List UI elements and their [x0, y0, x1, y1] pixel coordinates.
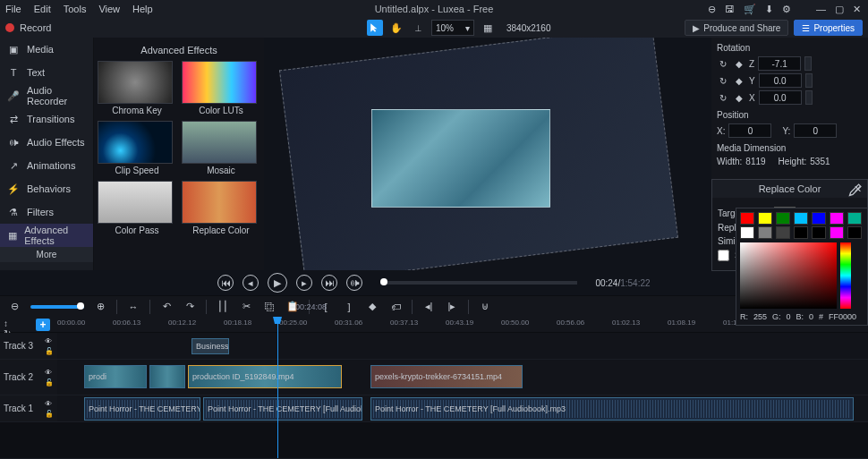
- color-preset[interactable]: [794, 212, 808, 225]
- menu-view[interactable]: View: [98, 4, 120, 14]
- playhead[interactable]: [277, 317, 278, 458]
- menu-tools[interactable]: Tools: [64, 4, 87, 14]
- track-lock-icon[interactable]: 🔓: [45, 410, 54, 418]
- rotation-y-input[interactable]: [759, 73, 802, 88]
- fx-color-luts[interactable]: Color LUTs: [182, 61, 260, 115]
- save-icon[interactable]: 🖫: [725, 4, 735, 14]
- sidebar-item-animations[interactable]: ↗Animations: [0, 154, 93, 177]
- menu-edit[interactable]: Edit: [34, 4, 51, 14]
- rotate-x-icon[interactable]: ↻: [717, 93, 729, 103]
- media-preview-image[interactable]: [371, 109, 550, 208]
- mark-out-icon[interactable]: ]: [342, 300, 356, 314]
- solid-checkbox[interactable]: [718, 250, 729, 261]
- zoom-dropdown[interactable]: 10%▾: [431, 20, 474, 36]
- color-preset[interactable]: [740, 212, 754, 225]
- fx-replace-color[interactable]: Replace Color: [182, 181, 260, 235]
- sidebar-item-transitions[interactable]: ⇄Transitions: [0, 107, 93, 131]
- goto-start-button[interactable]: ⏮: [217, 275, 234, 291]
- next-kf-icon[interactable]: |▸: [445, 300, 459, 314]
- track-lock-icon[interactable]: 🔓: [45, 378, 54, 387]
- zoom-in-icon[interactable]: ⊕: [93, 300, 107, 314]
- add-track-button[interactable]: +: [36, 319, 50, 331]
- color-preset[interactable]: [758, 226, 772, 239]
- keyframe-z-icon[interactable]: ◆: [733, 59, 745, 69]
- track-visible-icon[interactable]: 👁: [45, 369, 54, 377]
- color-preset[interactable]: [830, 226, 844, 239]
- prev-kf-icon[interactable]: ◂|: [421, 300, 436, 314]
- produce-share-button[interactable]: ▶ Produce and Share: [685, 20, 788, 36]
- volume-button[interactable]: 🕪: [346, 275, 362, 291]
- color-preset[interactable]: [812, 226, 826, 239]
- preview-canvas[interactable]: [264, 38, 711, 270]
- color-preset[interactable]: [794, 226, 808, 239]
- record-button[interactable]: Record: [5, 22, 51, 33]
- gear-icon[interactable]: ⚙: [782, 4, 791, 15]
- clip-video-1[interactable]: prodi: [84, 365, 147, 388]
- clip-krypto[interactable]: pexels-krypto-trekker-6734151.mp4: [370, 365, 523, 388]
- sidebar-item-behaviors[interactable]: ⚡Behaviors: [0, 177, 93, 200]
- rot-z-spinner[interactable]: [804, 56, 812, 71]
- marker-icon[interactable]: ◆: [365, 300, 379, 314]
- color-preset[interactable]: [812, 212, 826, 225]
- sidebar-item-audio-recorder[interactable]: 🎤Audio Recorder: [0, 84, 93, 107]
- fx-color-pass[interactable]: Color Pass: [98, 181, 176, 235]
- step-back-button[interactable]: ◂: [243, 275, 259, 291]
- cut-icon[interactable]: ✂: [239, 300, 253, 314]
- sidebar-item-advanced-effects[interactable]: ▦Advanced Effects: [0, 224, 93, 247]
- split-icon[interactable]: ⎮⎮: [216, 300, 230, 314]
- color-preset[interactable]: [758, 212, 772, 225]
- undo-icon[interactable]: ↶: [159, 300, 174, 314]
- rotate-z-icon[interactable]: ↻: [717, 59, 729, 69]
- color-preset[interactable]: [830, 212, 844, 225]
- timeline-zoom-slider[interactable]: [30, 305, 84, 309]
- hue-slider[interactable]: [840, 242, 851, 309]
- account-icon[interactable]: ⊖: [708, 4, 716, 15]
- fit-timeline-icon[interactable]: ↔: [126, 300, 140, 314]
- keyframe-x-icon[interactable]: ◆: [733, 93, 745, 103]
- color-preset[interactable]: [847, 212, 862, 225]
- fx-clip-speed[interactable]: Clip Speed: [98, 121, 176, 175]
- tag-icon[interactable]: 🏷: [388, 300, 403, 314]
- clip-audio-2[interactable]: Point Horror - THE CEMETERY [Full Audiob…: [203, 397, 362, 421]
- rot-x-spinner[interactable]: [805, 90, 813, 105]
- download-icon[interactable]: ⬇: [765, 4, 773, 15]
- color-preset[interactable]: [847, 226, 862, 239]
- sidebar-more-button[interactable]: More: [0, 247, 93, 262]
- rotate-y-icon[interactable]: ↻: [717, 76, 729, 86]
- magnet-icon[interactable]: ⊎: [478, 300, 492, 314]
- properties-button[interactable]: ☰ Properties: [794, 20, 863, 36]
- menu-help[interactable]: Help: [132, 4, 153, 14]
- color-preset[interactable]: [776, 226, 790, 239]
- keyframe-y-icon[interactable]: ◆: [733, 76, 745, 86]
- crop-tool[interactable]: ⟂: [410, 20, 426, 36]
- pointer-tool[interactable]: [367, 20, 383, 36]
- cart-icon[interactable]: 🛒: [744, 4, 756, 15]
- copy-icon[interactable]: ⿻: [262, 300, 277, 314]
- sidebar-item-text[interactable]: TText: [0, 61, 93, 84]
- rotation-x-input[interactable]: [759, 90, 802, 105]
- track-lock-icon[interactable]: 🔓: [45, 347, 54, 355]
- minimize-icon[interactable]: —: [816, 4, 826, 14]
- sidebar-item-audio-effects[interactable]: 🕪Audio Effects: [0, 131, 93, 154]
- sidebar-item-filters[interactable]: ⚗Filters: [0, 200, 93, 224]
- maximize-icon[interactable]: ▢: [835, 4, 844, 15]
- color-gradient-picker[interactable]: [740, 242, 837, 309]
- color-preset[interactable]: [740, 226, 754, 239]
- fit-screen-icon[interactable]: ▦: [480, 20, 496, 36]
- clip-audio-1[interactable]: Point Horror - THE CEMETERY [Full Audiob…: [84, 397, 200, 421]
- track-visible-icon[interactable]: 👁: [45, 337, 54, 345]
- step-forward-button[interactable]: ▸: [296, 275, 312, 291]
- redo-icon[interactable]: ↷: [183, 300, 197, 314]
- clip-audio-3[interactable]: Point Horror - THE CEMETERY [Full Audiob…: [370, 397, 854, 421]
- zoom-out-icon[interactable]: ⊖: [7, 300, 21, 314]
- clip-video-2[interactable]: [149, 365, 185, 388]
- hand-tool[interactable]: ✋: [388, 20, 404, 36]
- menu-file[interactable]: File: [5, 4, 21, 14]
- clip-production-selected[interactable]: production ID_5192849.mp4: [188, 365, 342, 388]
- eyedropper-icon[interactable]: [846, 183, 862, 201]
- fx-mosaic[interactable]: Mosaic: [182, 121, 260, 175]
- rot-y-spinner[interactable]: [805, 73, 813, 88]
- close-icon[interactable]: ✕: [853, 4, 861, 15]
- position-x-input[interactable]: [728, 123, 771, 138]
- track-visible-icon[interactable]: 👁: [45, 400, 54, 408]
